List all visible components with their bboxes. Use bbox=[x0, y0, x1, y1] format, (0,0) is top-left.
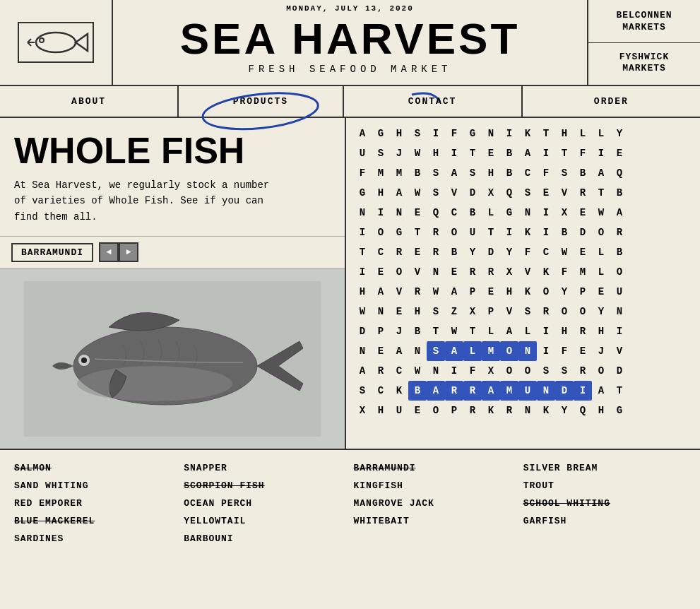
market-1[interactable]: BELCONNEN MARKETS bbox=[588, 1, 700, 43]
fish-list-item: BARRAMUNDI bbox=[354, 461, 516, 475]
grid-cell: N bbox=[427, 262, 445, 282]
grid-cell: S bbox=[463, 163, 482, 183]
grid-cell: U bbox=[353, 143, 372, 163]
grid-cell: I bbox=[353, 262, 372, 282]
grid-cell: R bbox=[372, 361, 390, 381]
fish-prev-button[interactable]: ◄ bbox=[99, 242, 119, 262]
site-subtitle: FRESH SEAFOOD MARKET bbox=[120, 64, 580, 75]
fish-list-item: SALMON bbox=[14, 461, 177, 475]
svg-point-7 bbox=[77, 366, 232, 401]
fish-category-title: WHOLE FISH bbox=[14, 132, 331, 169]
grid-cell: S bbox=[427, 341, 445, 361]
grid-cell bbox=[647, 143, 665, 163]
grid-cell bbox=[629, 183, 647, 203]
grid-cell: F bbox=[445, 124, 463, 143]
grid-cell: G bbox=[353, 183, 372, 203]
grid-cell: D bbox=[463, 183, 482, 203]
fish-list-item: SARDINES bbox=[14, 532, 177, 545]
main-content: WHOLE FISH At Sea Harvest, we regularly … bbox=[0, 118, 700, 450]
grid-cell: T bbox=[408, 223, 427, 242]
grid-cell bbox=[665, 203, 684, 223]
fish-description: At Sea Harvest, we regularly stock a num… bbox=[14, 177, 283, 225]
grid-cell: A bbox=[353, 124, 372, 143]
grid-cell: I bbox=[537, 223, 555, 242]
grid-cell bbox=[665, 223, 684, 242]
grid-cell: I bbox=[537, 321, 555, 341]
grid-cell bbox=[647, 282, 665, 302]
grid-cell: H bbox=[353, 282, 372, 302]
grid-cell: K bbox=[518, 282, 537, 302]
grid-cell: I bbox=[445, 143, 463, 163]
grid-cell: U bbox=[518, 381, 537, 401]
fish-list-item: MANGROVE JACK bbox=[354, 497, 516, 510]
grid-cell: X bbox=[353, 401, 372, 420]
grid-cell: G bbox=[372, 124, 390, 143]
grid-cell: H bbox=[390, 124, 408, 143]
grid-cell: H bbox=[592, 401, 610, 420]
grid-cell: S bbox=[555, 361, 574, 381]
grid-cell: W bbox=[555, 242, 574, 262]
grid-cell bbox=[665, 361, 684, 381]
grid-cell: A bbox=[445, 282, 463, 302]
grid-cell: C bbox=[372, 381, 390, 401]
grid-cell: F bbox=[537, 163, 555, 183]
grid-cell: X bbox=[482, 361, 500, 381]
grid-cell: X bbox=[482, 183, 500, 203]
header-date: MONDAY, JULY 13, 2020 bbox=[286, 4, 414, 13]
fish-list-item: YELLOWTAIL bbox=[184, 514, 346, 528]
nav-products-wrapper[interactable]: PRODUCTS bbox=[179, 86, 343, 117]
fish-next-button[interactable]: ► bbox=[119, 242, 138, 262]
grid-cell: A bbox=[372, 282, 390, 302]
grid-cell bbox=[629, 361, 647, 381]
grid-cell: Q bbox=[500, 183, 518, 203]
grid-cell: O bbox=[574, 302, 592, 321]
grid-cell bbox=[647, 223, 665, 242]
grid-cell: F bbox=[353, 163, 372, 183]
grid-cell: I bbox=[574, 381, 592, 401]
nav-products-label[interactable]: PRODUCTS bbox=[233, 96, 288, 107]
grid-cell: E bbox=[610, 143, 629, 163]
grid-cell: P bbox=[482, 302, 500, 321]
fish-list-item: BLUE MACKEREL bbox=[14, 514, 177, 528]
grid-cell: B bbox=[463, 203, 482, 223]
grid-cell: R bbox=[574, 183, 592, 203]
grid-cell bbox=[665, 302, 684, 321]
grid-cell: F bbox=[555, 262, 574, 282]
nav-order[interactable]: ORDER bbox=[523, 86, 700, 117]
grid-cell: D bbox=[610, 361, 629, 381]
grid-cell: B bbox=[555, 223, 574, 242]
word-grid: AGHSIFGNIKTHLLYUSJWHITEBAITFIEFMMBSASHBC… bbox=[353, 124, 693, 420]
grid-cell: Z bbox=[445, 302, 463, 321]
grid-cell: E bbox=[574, 203, 592, 223]
grid-cell bbox=[665, 143, 684, 163]
grid-cell: N bbox=[353, 341, 372, 361]
grid-cell bbox=[629, 124, 647, 143]
grid-cell: T bbox=[610, 381, 629, 401]
grid-cell: K bbox=[518, 223, 537, 242]
grid-cell: H bbox=[482, 163, 500, 183]
grid-cell bbox=[647, 183, 665, 203]
market-2[interactable]: FYSHWICK MARKETS bbox=[588, 43, 700, 84]
fish-list-item: GARFISH bbox=[523, 514, 686, 528]
nav-about[interactable]: ABOUT bbox=[0, 86, 179, 117]
grid-cell: F bbox=[518, 242, 537, 262]
grid-cell: D bbox=[555, 381, 574, 401]
nav: ABOUT PRODUCTS CONTACT ORDER bbox=[0, 86, 700, 118]
grid-cell: Q bbox=[574, 401, 592, 420]
grid-cell: J bbox=[592, 341, 610, 361]
fish-list-item bbox=[354, 532, 516, 545]
grid-cell bbox=[647, 163, 665, 183]
grid-cell: A bbox=[390, 341, 408, 361]
grid-cell: E bbox=[408, 242, 427, 262]
grid-cell: S bbox=[408, 124, 427, 143]
grid-cell: A bbox=[610, 203, 629, 223]
grid-cell bbox=[647, 401, 665, 420]
grid-cell: S bbox=[427, 183, 445, 203]
grid-cell: C bbox=[445, 203, 463, 223]
word-search-panel: AGHSIFGNIKTHLLYUSJWHITEBAITFIEFMMBSASHBC… bbox=[346, 118, 700, 449]
fish-illustration bbox=[24, 281, 321, 437]
nav-contact[interactable]: CONTACT bbox=[344, 86, 523, 117]
grid-cell: H bbox=[427, 143, 445, 163]
grid-cell bbox=[629, 302, 647, 321]
grid-cell: A bbox=[445, 341, 463, 361]
